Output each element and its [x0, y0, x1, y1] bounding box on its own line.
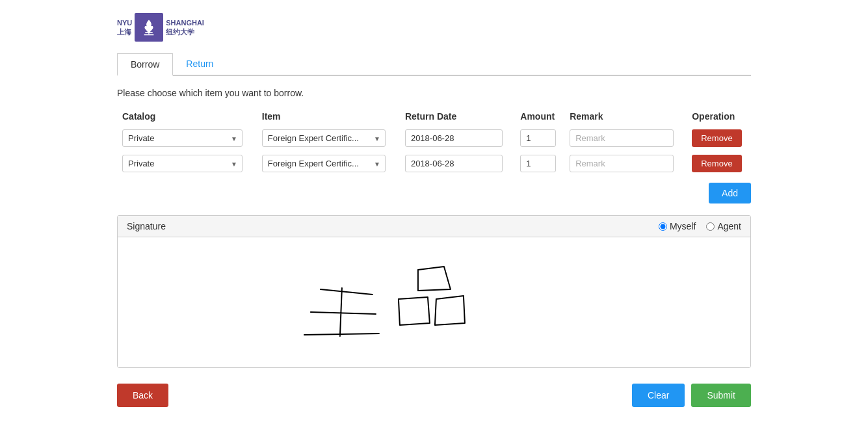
table-row: PrivatePublicForeign Expert Certific...R… [117, 151, 751, 176]
signature-canvas-area[interactable] [118, 237, 750, 367]
remark-input-1[interactable] [570, 155, 674, 172]
borrow-instruction: Please choose which item you want to bor… [117, 88, 751, 98]
back-button[interactable]: Back [117, 384, 168, 407]
return-date-input-0[interactable] [405, 129, 503, 147]
logo-icon [135, 13, 163, 42]
logo-text-right: SHANGHAI 纽约大学 [166, 18, 204, 37]
clear-button[interactable]: Clear [632, 384, 685, 407]
col-remark: Remark [564, 107, 687, 125]
agent-label: Agent [717, 221, 741, 231]
col-return-date: Return Date [400, 107, 515, 125]
borrow-table: Catalog Item Return Date Amount Remark O… [117, 107, 751, 176]
footer-buttons: Back Clear Submit [117, 384, 751, 407]
tab-borrow[interactable]: Borrow [117, 53, 173, 76]
remark-input-0[interactable] [570, 129, 674, 147]
item-select-0[interactable]: Foreign Expert Certific... [262, 129, 386, 147]
tab-return[interactable]: Return [173, 53, 226, 75]
return-date-input-1[interactable] [405, 155, 503, 172]
table-row: PrivatePublicForeign Expert Certific...R… [117, 125, 751, 151]
remove-button-1[interactable]: Remove [692, 155, 741, 172]
agent-radio[interactable] [706, 222, 715, 231]
logo-area: NYU 上海 SHANGHAI 纽约大学 [117, 13, 751, 42]
col-amount: Amount [515, 107, 564, 125]
signature-canvas[interactable] [118, 237, 750, 367]
signature-header: Signature Myself Agent [118, 216, 750, 237]
signature-options: Myself Agent [659, 221, 741, 231]
myself-label: Myself [670, 221, 696, 231]
add-button[interactable]: Add [709, 183, 751, 203]
col-catalog: Catalog [117, 107, 257, 125]
logo-text-left: NYU 上海 [117, 18, 132, 37]
amount-input-0[interactable] [520, 129, 556, 147]
item-select-1[interactable]: Foreign Expert Certific... [262, 155, 386, 172]
right-buttons: Clear Submit [632, 384, 751, 407]
signature-title: Signature [127, 221, 166, 231]
tabs-container: Borrow Return [117, 53, 751, 76]
col-item: Item [257, 107, 400, 125]
catalog-select-1[interactable]: PrivatePublic [122, 155, 243, 172]
col-operation: Operation [687, 107, 751, 125]
signature-section: Signature Myself Agent [117, 215, 751, 368]
submit-button[interactable]: Submit [691, 384, 751, 407]
add-row-container: Add [117, 183, 751, 203]
amount-input-1[interactable] [520, 155, 556, 172]
catalog-select-0[interactable]: PrivatePublic [122, 129, 243, 147]
remove-button-0[interactable]: Remove [692, 129, 741, 147]
myself-radio[interactable] [659, 222, 667, 231]
agent-option[interactable]: Agent [706, 221, 741, 231]
myself-option[interactable]: Myself [659, 221, 696, 231]
